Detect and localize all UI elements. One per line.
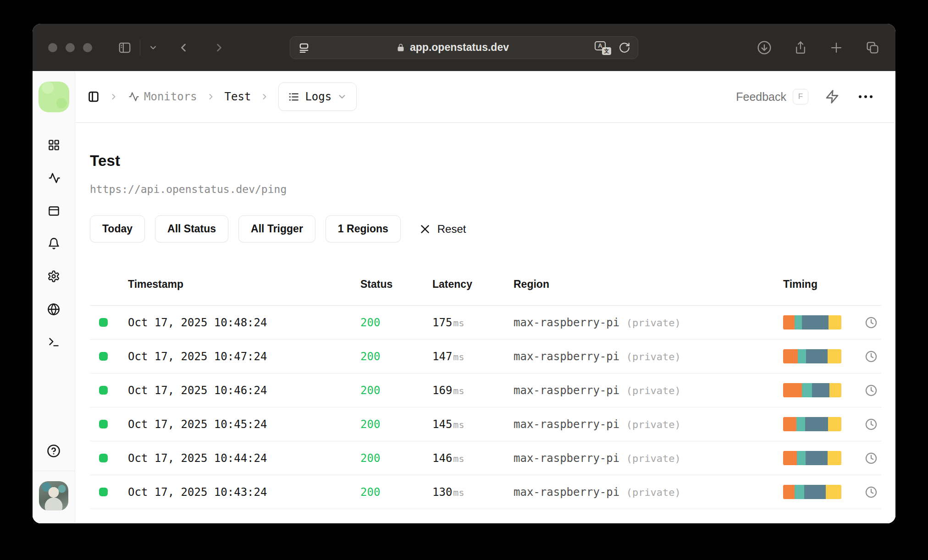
table-row[interactable]: Oct 17, 2025 10:43:24 200 130ms max-rasp… [90, 475, 881, 509]
more-options-button[interactable] [856, 93, 875, 101]
filter-button[interactable]: All Trigger [238, 215, 315, 242]
row-region: max-raspberry-pi (private) [514, 452, 783, 465]
row-timestamp: Oct 17, 2025 10:48:24 [128, 316, 360, 329]
chevron-down-icon[interactable] [149, 43, 158, 52]
col-timing: Timing [783, 278, 861, 291]
row-timestamp: Oct 17, 2025 10:47:24 [128, 350, 360, 363]
dashboard-grid-icon[interactable] [48, 139, 60, 151]
timing-bar [783, 315, 841, 329]
url-text[interactable]: app.openstatus.dev [410, 41, 509, 54]
timing-bar [783, 349, 841, 363]
chevron-down-icon [337, 92, 347, 102]
status-dot-icon [99, 454, 108, 462]
globe-icon[interactable] [47, 303, 60, 316]
new-tab-icon[interactable] [829, 41, 843, 55]
downloads-icon[interactable] [757, 40, 772, 55]
forward-button[interactable] [213, 41, 226, 54]
list-icon [288, 91, 299, 103]
clock-icon[interactable] [861, 452, 881, 465]
row-timestamp: Oct 17, 2025 10:46:24 [128, 384, 360, 397]
row-status: 200 [360, 486, 432, 499]
filter-button[interactable]: Today [90, 215, 145, 242]
row-status: 200 [360, 316, 432, 329]
row-timestamp: Oct 17, 2025 10:45:24 [128, 418, 360, 431]
window-controls[interactable] [48, 43, 92, 52]
status-pages-icon[interactable] [48, 205, 60, 217]
feedback-shortcut-key: F [793, 89, 808, 104]
zoom-window-button[interactable] [83, 43, 92, 52]
col-status: Status [360, 278, 432, 291]
reload-icon[interactable] [619, 42, 630, 54]
translate-icon[interactable]: A文 [595, 41, 611, 54]
timing-bar [783, 485, 841, 499]
divider [33, 471, 75, 471]
row-timestamp: Oct 17, 2025 10:44:24 [128, 452, 360, 465]
status-dot-icon [99, 386, 108, 395]
clock-icon[interactable] [861, 384, 881, 397]
filter-bar: TodayAll StatusAll Trigger1 Regions Rese… [90, 215, 881, 242]
help-icon[interactable] [47, 432, 61, 471]
feedback-button[interactable]: Feedback F [736, 89, 808, 104]
table-row[interactable]: Oct 17, 2025 10:47:24 200 147ms max-rasp… [90, 340, 881, 373]
reader-icon[interactable] [298, 41, 310, 54]
address-bar[interactable]: app.openstatus.dev A文 [290, 36, 638, 59]
notifications-bell-icon[interactable] [48, 237, 60, 250]
breadcrumb-monitors[interactable]: Monitors [127, 90, 197, 103]
reset-filters-button[interactable]: Reset [419, 223, 466, 236]
user-avatar[interactable] [39, 481, 68, 511]
row-region: max-raspberry-pi (private) [514, 350, 783, 363]
main-content: Test https://api.openstatus.dev/ping Tod… [75, 123, 895, 523]
row-region: max-raspberry-pi (private) [514, 316, 783, 329]
status-dot-icon [99, 420, 108, 428]
row-timestamp: Oct 17, 2025 10:43:24 [128, 486, 360, 499]
close-window-button[interactable] [48, 43, 57, 52]
status-dot-icon [99, 488, 108, 496]
settings-gear-icon[interactable] [47, 270, 60, 283]
back-button[interactable] [177, 41, 190, 54]
close-icon [419, 223, 431, 235]
table-row[interactable]: Oct 17, 2025 10:48:24 200 175ms max-rasp… [90, 306, 881, 340]
table-header-row: Timestamp Status Latency Region Timing [90, 264, 881, 306]
chevron-right-icon [206, 92, 215, 101]
filter-button[interactable]: All Status [155, 215, 228, 242]
lock-icon [396, 43, 405, 52]
reset-label: Reset [437, 223, 466, 236]
terminal-icon[interactable] [48, 336, 60, 348]
row-status: 200 [360, 452, 432, 465]
filter-button[interactable]: 1 Regions [326, 215, 401, 242]
row-latency: 175ms [432, 316, 514, 329]
table-row[interactable]: Oct 17, 2025 10:45:24 200 145ms max-rasp… [90, 407, 881, 441]
row-region: max-raspberry-pi (private) [514, 418, 783, 431]
status-dot-icon [99, 352, 108, 361]
page-header: Monitors Test Logs [75, 71, 895, 123]
row-status: 200 [360, 350, 432, 363]
chevron-right-icon [260, 92, 269, 101]
panel-toggle-icon[interactable] [87, 90, 100, 103]
row-status: 200 [360, 418, 432, 431]
monitors-activity-icon[interactable] [47, 171, 61, 185]
chevron-right-icon [109, 92, 118, 101]
table-row[interactable]: Oct 17, 2025 10:44:24 200 146ms max-rasp… [90, 441, 881, 475]
share-icon[interactable] [794, 41, 807, 55]
divider [140, 40, 140, 55]
logs-label: Logs [305, 90, 331, 103]
col-timestamp: Timestamp [128, 278, 360, 291]
feedback-label: Feedback [736, 90, 786, 104]
table-row[interactable]: Oct 17, 2025 10:46:24 200 169ms max-rasp… [90, 373, 881, 407]
browser-chrome: app.openstatus.dev A文 [33, 24, 895, 71]
clock-icon[interactable] [861, 350, 881, 363]
tab-overview-icon[interactable] [865, 40, 880, 55]
row-region: max-raspberry-pi (private) [514, 486, 783, 499]
row-latency: 130ms [432, 486, 514, 499]
zap-icon[interactable] [825, 89, 840, 104]
sidebar-toggle-icon[interactable] [118, 41, 132, 55]
clock-icon[interactable] [861, 418, 881, 431]
minimize-window-button[interactable] [66, 43, 75, 52]
row-latency: 169ms [432, 384, 514, 397]
workspace-logo[interactable] [39, 82, 69, 112]
clock-icon[interactable] [861, 316, 881, 329]
clock-icon[interactable] [861, 486, 881, 499]
row-status: 200 [360, 384, 432, 397]
breadcrumb-monitor-name[interactable]: Test [225, 90, 251, 103]
view-selector-logs[interactable]: Logs [278, 82, 357, 111]
